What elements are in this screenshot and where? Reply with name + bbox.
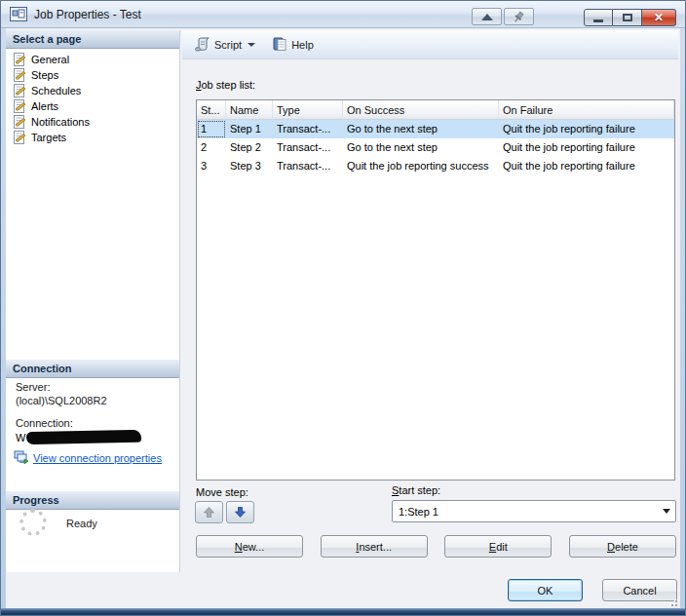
cell-type: Transact-... bbox=[273, 138, 343, 157]
new-button[interactable]: New... bbox=[196, 535, 303, 558]
start-step-value: 1:Step 1 bbox=[399, 506, 658, 518]
grid-header-row: St... Name Type On Success On Failure bbox=[197, 100, 674, 120]
select-a-page-header: Select a page bbox=[6, 30, 179, 49]
main-panel: Script Help Job step list: bbox=[182, 30, 678, 606]
window-bottom-border bbox=[1, 608, 685, 615]
close-button[interactable]: ✕ bbox=[642, 9, 676, 26]
cell-on-failure: Quit the job reporting failure bbox=[499, 157, 674, 175]
cell-type: Transact-... bbox=[273, 157, 343, 175]
close-icon: ✕ bbox=[654, 11, 664, 24]
page-icon bbox=[13, 84, 26, 97]
arrow-down-icon bbox=[234, 506, 247, 519]
cell-name: Step 1 bbox=[226, 120, 273, 138]
script-label: Script bbox=[214, 39, 242, 51]
connection-label: Connection: bbox=[16, 417, 73, 429]
help-label: Help bbox=[291, 39, 314, 51]
sidebar-item-notifications[interactable]: Notifications bbox=[6, 114, 179, 130]
page-icon bbox=[13, 99, 26, 113]
sidebar-item-alerts[interactable]: Alerts bbox=[6, 98, 179, 114]
connection-header: Connection bbox=[6, 360, 179, 378]
cell-step: 3 bbox=[197, 157, 226, 175]
toolbar: Script Help bbox=[182, 30, 678, 59]
column-header-on-failure[interactable]: On Failure bbox=[499, 100, 674, 120]
job-properties-window: Job Properties - Test ✕ Select a page bbox=[0, 0, 686, 616]
chevron-up-icon bbox=[481, 14, 493, 20]
sidebar-item-label: Notifications bbox=[31, 116, 90, 128]
cell-on-failure: Quit the job reporting failure bbox=[499, 120, 674, 138]
pin-icon bbox=[513, 11, 525, 23]
minimize-icon bbox=[593, 19, 603, 22]
move-step-down-button[interactable] bbox=[226, 501, 254, 523]
redacted-connection-value bbox=[26, 430, 141, 444]
column-header-on-success[interactable]: On Success bbox=[343, 100, 499, 120]
progress-status: Ready bbox=[66, 518, 97, 529]
window-title: Job Properties - Test bbox=[34, 8, 141, 21]
sidebar-item-label: General bbox=[31, 54, 69, 65]
dropdown-arrow-area[interactable] bbox=[658, 501, 675, 521]
move-step-label: Move step: bbox=[196, 486, 248, 498]
move-step-up-button[interactable] bbox=[195, 501, 223, 523]
column-header-type[interactable]: Type bbox=[273, 100, 343, 120]
job-properties-icon bbox=[10, 7, 27, 21]
cell-name: Step 3 bbox=[226, 157, 273, 175]
connection-value-prefix: W bbox=[16, 432, 25, 443]
script-icon bbox=[195, 37, 210, 52]
edit-button[interactable]: Edit bbox=[444, 535, 552, 558]
insert-button[interactable]: Insert... bbox=[321, 535, 428, 558]
minimize-button[interactable] bbox=[584, 9, 613, 26]
column-header-name[interactable]: Name bbox=[226, 100, 273, 120]
sidebar: Select a page General Steps Schedules Al… bbox=[6, 30, 180, 572]
start-step-dropdown[interactable]: 1:Step 1 bbox=[392, 500, 676, 522]
job-step-list-label: Job step list: bbox=[196, 79, 255, 91]
column-header-step[interactable]: St... bbox=[197, 100, 226, 120]
sidebar-item-label: Schedules bbox=[31, 85, 81, 96]
start-step-label: Start step: bbox=[392, 484, 440, 496]
delete-button[interactable]: Delete bbox=[569, 535, 676, 558]
arrow-up-icon bbox=[203, 506, 215, 519]
server-value: (local)\SQL2008R2 bbox=[16, 395, 107, 406]
chevron-down-icon bbox=[663, 509, 670, 514]
cell-on-failure: Quit the job reporting failure bbox=[499, 138, 674, 157]
table-row[interactable]: 2 Step 2 Transact-... Go to the next ste… bbox=[197, 138, 674, 157]
page-icon bbox=[13, 68, 26, 82]
connection-properties-icon bbox=[14, 450, 29, 465]
table-row[interactable]: 1 Step 1 Transact-... Go to the next ste… bbox=[197, 120, 674, 138]
pin-button[interactable] bbox=[504, 8, 534, 25]
maximize-icon bbox=[623, 14, 632, 21]
sidebar-item-label: Alerts bbox=[31, 100, 58, 112]
sidebar-item-schedules[interactable]: Schedules bbox=[6, 83, 179, 98]
step-action-buttons: New... Insert... Edit Delete bbox=[196, 535, 676, 558]
sidebar-item-label: Steps bbox=[31, 69, 58, 81]
cell-on-success: Go to the next step bbox=[343, 138, 499, 157]
help-button[interactable]: Help bbox=[269, 35, 318, 54]
page-icon bbox=[13, 115, 26, 129]
maximize-button[interactable] bbox=[613, 9, 642, 26]
sidebar-item-targets[interactable]: Targets bbox=[6, 130, 179, 145]
cell-on-success: Go to the next step bbox=[343, 120, 499, 138]
collapse-panel-button[interactable] bbox=[472, 8, 502, 25]
table-row[interactable]: 3 Step 3 Transact-... Quit the job repor… bbox=[197, 157, 674, 175]
page-icon bbox=[13, 53, 26, 66]
view-connection-properties-link[interactable]: View connection properties bbox=[14, 450, 162, 465]
window-controls: ✕ bbox=[584, 9, 676, 26]
resize-grip[interactable] bbox=[666, 595, 677, 606]
help-icon bbox=[273, 37, 287, 52]
progress-spinner-icon bbox=[19, 509, 47, 536]
sidebar-item-general[interactable]: General bbox=[6, 52, 179, 67]
sidebar-item-steps[interactable]: Steps bbox=[6, 67, 179, 83]
sidebar-item-label: Targets bbox=[31, 132, 66, 143]
script-button[interactable]: Script bbox=[191, 35, 265, 54]
dialog-body: Select a page General Steps Schedules Al… bbox=[6, 28, 680, 608]
ok-button[interactable]: OK bbox=[508, 579, 583, 601]
connection-value: W bbox=[16, 431, 141, 443]
job-step-grid: St... Name Type On Success On Failure 1 … bbox=[196, 99, 675, 481]
page-icon bbox=[13, 131, 26, 144]
cell-type: Transact-... bbox=[273, 120, 343, 138]
link-label: View connection properties bbox=[33, 452, 162, 464]
cell-on-success: Quit the job reporting success bbox=[343, 157, 499, 175]
titlebar[interactable]: Job Properties - Test ✕ bbox=[1, 1, 685, 28]
cell-name: Step 2 bbox=[226, 138, 273, 157]
server-label: Server: bbox=[16, 381, 50, 393]
cell-step: 1 bbox=[197, 120, 226, 138]
cell-step: 2 bbox=[197, 138, 226, 157]
